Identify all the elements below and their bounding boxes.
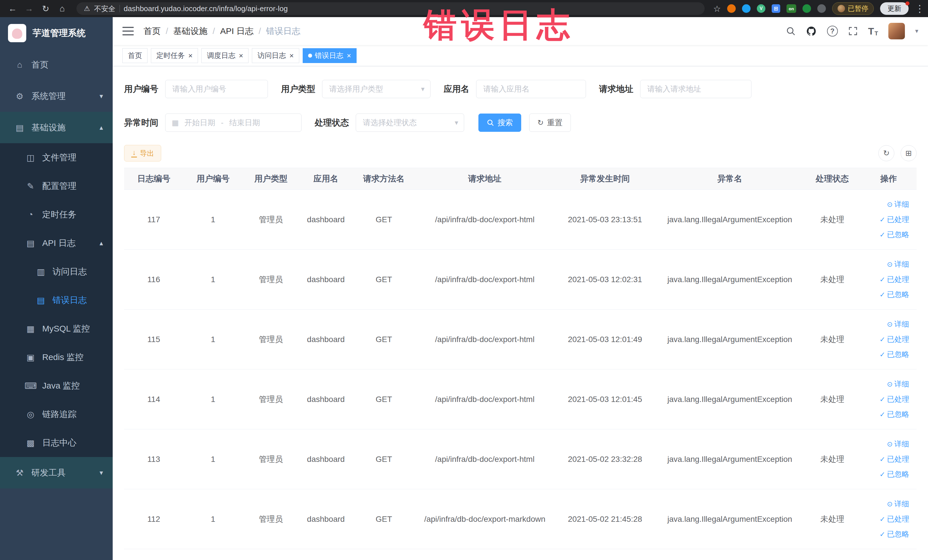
mark-processed-link[interactable]: ✓已处理: [879, 454, 909, 464]
github-icon[interactable]: [806, 26, 817, 37]
user-id-input[interactable]: [165, 80, 268, 98]
help-icon[interactable]: ?: [827, 26, 838, 37]
mark-ignored-link[interactable]: ✓已忽略: [879, 469, 909, 479]
logo-avatar: [8, 24, 26, 42]
sidebar-item-log-center[interactable]: ▩日志中心: [0, 429, 113, 457]
export-button[interactable]: ↓ 导出: [124, 145, 161, 162]
extension-grid-icon[interactable]: ⊞: [772, 4, 780, 13]
sidebar-item-java-monitor[interactable]: ⌨Java 监控: [0, 371, 113, 400]
extension-orange-icon[interactable]: [727, 4, 736, 13]
column-settings-button[interactable]: ⊞: [901, 145, 917, 161]
breadcrumb-item[interactable]: API 日志: [220, 25, 253, 37]
sidebar-item-api-log[interactable]: ▤API 日志▴: [0, 229, 113, 257]
search-button[interactable]: 搜索: [478, 113, 521, 132]
back-icon[interactable]: ←: [5, 2, 20, 15]
app-name-input[interactable]: [476, 80, 586, 98]
mysql-icon: ▦: [24, 324, 37, 334]
mark-ignored-link[interactable]: ✓已忽略: [879, 409, 909, 420]
browser-menu-icon[interactable]: ⋮: [915, 3, 921, 14]
user-type-cell: 管理员: [243, 190, 299, 250]
tab-home[interactable]: 首页: [122, 48, 148, 63]
tab-job[interactable]: 定时任务×: [151, 48, 198, 63]
detail-link[interactable]: ⊙详细: [887, 259, 909, 269]
request-url-input[interactable]: [640, 80, 751, 98]
close-icon[interactable]: ×: [239, 52, 243, 60]
user-type-cell: 管理员: [243, 369, 299, 429]
sidebar-item-scheduled-jobs[interactable]: ◔定时任务: [0, 200, 113, 229]
refresh-table-button[interactable]: ↻: [878, 145, 894, 161]
detail-link[interactable]: ⊙详细: [887, 439, 909, 449]
sidebar-item-infrastructure[interactable]: ▤基础设施▴: [0, 112, 113, 143]
paused-badge[interactable]: 已暂停: [832, 2, 874, 15]
avatar-caret-down-icon[interactable]: ▾: [915, 27, 918, 35]
mark-ignored-link[interactable]: ✓已忽略: [879, 529, 909, 539]
sidebar-item-home[interactable]: ⌂首页: [0, 49, 113, 81]
hamburger-icon[interactable]: [122, 27, 134, 35]
mark-processed-link[interactable]: ✓已处理: [879, 394, 909, 404]
action-label: 已处理: [887, 514, 909, 524]
extension-leaf-icon[interactable]: [803, 4, 811, 13]
download-icon: ↓: [131, 149, 137, 157]
sidebar-item-access-log[interactable]: ▥访问日志: [0, 257, 113, 286]
mark-processed-link[interactable]: ✓已处理: [879, 215, 909, 224]
sidebar-item-file-mgmt[interactable]: ◫文件管理: [0, 143, 113, 172]
mark-ignored-link[interactable]: ✓已忽略: [879, 290, 909, 299]
fullscreen-icon[interactable]: [848, 26, 858, 36]
user-type-select[interactable]: 请选择用户类型 ▾: [322, 80, 430, 98]
user-id-cell: 1: [183, 310, 243, 369]
exception-cell: java.lang.IllegalArgumentException: [656, 190, 804, 250]
extension-on-icon[interactable]: on: [786, 4, 796, 13]
column-header: 请求方法名: [353, 168, 415, 190]
refresh-icon: ↻: [883, 149, 890, 158]
browser-home-icon[interactable]: ⌂: [55, 2, 70, 15]
mark-processed-link[interactable]: ✓已处理: [879, 514, 909, 524]
detail-link[interactable]: ⊙详细: [887, 379, 909, 389]
close-icon[interactable]: ×: [289, 52, 293, 60]
tab-access-log[interactable]: 访问日志×: [252, 48, 299, 63]
close-icon[interactable]: ×: [347, 52, 351, 60]
extension-paw-icon[interactable]: [817, 4, 826, 13]
mark-ignored-link[interactable]: ✓已忽略: [879, 230, 909, 240]
detail-link[interactable]: ⊙详细: [887, 200, 909, 209]
detail-link[interactable]: ⊙详细: [887, 319, 909, 329]
forward-icon[interactable]: →: [22, 2, 37, 15]
sidebar-item-dev-tools[interactable]: ⚒研发工具▾: [0, 457, 113, 488]
tab-job-log[interactable]: 调度日志×: [201, 48, 249, 63]
mark-ignored-link[interactable]: ✓已忽略: [879, 349, 909, 359]
detail-link[interactable]: ⊙详细: [887, 499, 909, 509]
check-icon: ✓: [879, 410, 885, 418]
tab-label: 调度日志: [207, 51, 235, 60]
update-button[interactable]: 更新: [880, 2, 908, 15]
log-id-cell: 112: [124, 489, 183, 549]
bookmark-star-icon[interactable]: ☆: [713, 4, 721, 14]
mark-processed-link[interactable]: ✓已处理: [879, 334, 909, 344]
logo[interactable]: 芋道管理系统: [0, 17, 113, 49]
reload-icon[interactable]: ↻: [38, 2, 53, 15]
sidebar-item-error-log[interactable]: ▤错误日志: [0, 286, 113, 314]
process-status-select[interactable]: 请选择处理状态 ▾: [356, 113, 464, 132]
exception-time-range-picker[interactable]: ▦ 开始日期 - 结束日期: [165, 113, 302, 132]
user-avatar[interactable]: [888, 23, 905, 40]
security-label[interactable]: 不安全: [94, 4, 116, 14]
breadcrumb-item[interactable]: 首页: [143, 25, 160, 37]
close-icon[interactable]: ×: [188, 52, 192, 60]
table-toolbar: ↓ 导出 ↻ ⊞: [124, 145, 917, 162]
column-header: 用户类型: [243, 168, 299, 190]
sidebar-item-mysql-monitor[interactable]: ▦MySQL 监控: [0, 314, 113, 343]
exception-time-label: 异常时间: [124, 117, 158, 129]
tab-error-log[interactable]: 错误日志×: [303, 48, 357, 63]
font-size-icon[interactable]: T T: [868, 26, 878, 37]
address-bar[interactable]: ⚠ 不安全 dashboard.yudao.iocoder.cn/infra/l…: [76, 2, 705, 15]
sidebar-item-system-mgmt[interactable]: ⚙系统管理▾: [0, 81, 113, 112]
breadcrumb-item[interactable]: 基础设施: [173, 25, 208, 37]
url-text[interactable]: dashboard.yudao.iocoder.cn/infra/log/api…: [124, 4, 288, 13]
mark-processed-link[interactable]: ✓已处理: [879, 275, 909, 284]
sidebar-item-redis-monitor[interactable]: ▣Redis 监控: [0, 343, 113, 371]
search-icon[interactable]: [786, 26, 796, 36]
sidebar-item-config-mgmt[interactable]: ✎配置管理: [0, 172, 113, 200]
reset-button[interactable]: ↻ 重置: [529, 113, 571, 132]
sidebar-item-trace[interactable]: ◎链路追踪: [0, 400, 113, 429]
extension-drop-icon[interactable]: [742, 4, 751, 13]
method-cell: GET: [353, 429, 415, 489]
extension-vue-icon[interactable]: V: [757, 4, 765, 13]
